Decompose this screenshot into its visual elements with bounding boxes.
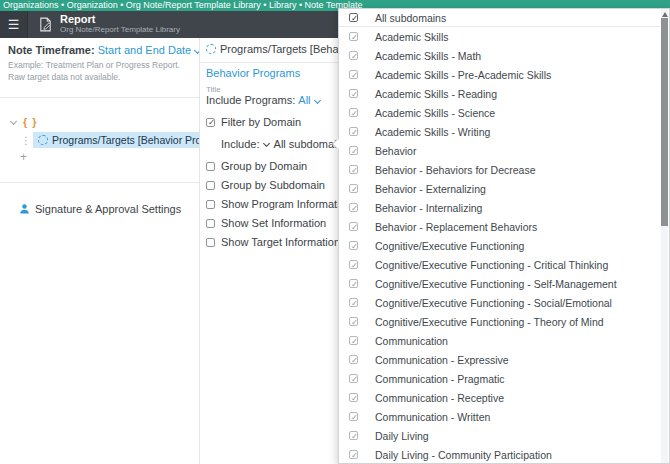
checkbox-icon[interactable] xyxy=(349,146,358,155)
note-timeframe-label: Note Timeframe: xyxy=(8,44,95,56)
checkbox-icon[interactable] xyxy=(206,219,215,228)
chevron-down-icon[interactable] xyxy=(10,117,17,124)
option-group-by-domain[interactable]: Group by Domain xyxy=(206,159,307,173)
checkbox-icon[interactable] xyxy=(349,184,358,193)
checkbox-icon[interactable] xyxy=(349,165,358,174)
subdomain-option[interactable]: Communication - Written xyxy=(339,407,660,426)
checkbox-icon[interactable] xyxy=(349,393,358,402)
chevron-down-icon xyxy=(194,47,200,54)
subdomain-option[interactable]: Communication xyxy=(339,331,660,350)
checkbox-icon[interactable] xyxy=(349,13,358,22)
signature-approval-settings[interactable]: Signature & Approval Settings xyxy=(19,201,181,217)
subdomain-option[interactable]: Cognitive/Executive Functioning - Critic… xyxy=(339,255,660,274)
note-timeframe-select[interactable]: Start and End Date xyxy=(98,44,200,56)
divider xyxy=(0,182,200,183)
checkbox-icon[interactable] xyxy=(349,317,358,326)
checkbox-icon[interactable] xyxy=(349,450,358,459)
subdomain-option[interactable]: All subdomains xyxy=(339,9,660,27)
target-icon xyxy=(206,44,216,54)
checkbox-icon[interactable] xyxy=(206,162,215,171)
divider xyxy=(0,97,200,98)
drag-handle-icon[interactable]: ⋮ xyxy=(21,132,31,148)
include-programs-label: Include Programs: xyxy=(206,94,295,106)
timeframe-hint-1: Example: Treatment Plan or Progress Repo… xyxy=(8,60,180,71)
subdomain-option[interactable]: Academic Skills - Math xyxy=(339,46,660,65)
scrollbar[interactable] xyxy=(661,9,668,463)
subdomain-option[interactable]: Academic Skills - Writing xyxy=(339,122,660,141)
checkbox-icon[interactable] xyxy=(349,279,358,288)
subdomain-option[interactable]: Cognitive/Executive Functioning - Self-M… xyxy=(339,274,660,293)
hamburger-menu-icon[interactable]: ☰ xyxy=(0,11,28,38)
braces-icon: { } xyxy=(23,116,38,128)
checkbox-icon[interactable] xyxy=(349,70,358,79)
subdomain-option[interactable]: Behavior - Replacement Behaviors xyxy=(339,217,660,236)
checkbox-icon[interactable] xyxy=(349,260,358,269)
option-filter-by-domain[interactable]: Filter by Domain xyxy=(206,115,301,129)
include-programs-select[interactable]: All xyxy=(298,94,321,106)
subdomain-option[interactable]: Daily Living - Community Participation xyxy=(339,445,660,464)
timeframe-hint-2: Raw target data not available. xyxy=(8,72,120,83)
subdomain-option[interactable]: Communication - Expressive xyxy=(339,350,660,369)
checkbox-icon[interactable] xyxy=(206,238,215,247)
checkbox-icon[interactable] xyxy=(349,412,358,421)
checkbox-icon[interactable] xyxy=(349,241,358,250)
tree-item-programs-targets[interactable]: Programs/Targets [Behavior Program xyxy=(33,132,200,148)
option-show-set-information[interactable]: Show Set Information xyxy=(206,216,326,230)
option-show-program-information[interactable]: Show Program Information xyxy=(206,197,352,211)
chevron-down-icon xyxy=(262,139,269,146)
subdomain-option[interactable]: Academic Skills xyxy=(339,27,660,46)
option-show-target-information[interactable]: Show Target Information xyxy=(206,235,340,249)
signature-person-icon xyxy=(19,203,30,215)
template-name-link[interactable]: Behavior Programs xyxy=(206,67,300,79)
checkbox-icon[interactable] xyxy=(349,336,358,345)
subdomain-option[interactable]: Cognitive/Executive Functioning xyxy=(339,236,660,255)
subdomain-option[interactable]: Academic Skills - Reading xyxy=(339,84,660,103)
add-node-button[interactable]: + xyxy=(20,149,27,165)
subdomain-option[interactable]: Academic Skills - Pre-Academic Skills xyxy=(339,65,660,84)
subdomain-option[interactable]: Behavior - Externalizing xyxy=(339,179,660,198)
tree-root-node[interactable]: { } xyxy=(7,114,38,130)
checkbox-icon[interactable] xyxy=(206,200,215,209)
subdomain-option[interactable]: Cognitive/Executive Functioning - Theory… xyxy=(339,312,660,331)
subdomain-option[interactable]: Cognitive/Executive Functioning - Social… xyxy=(339,293,660,312)
report-document-icon xyxy=(37,11,54,38)
subdomain-option[interactable]: Behavior xyxy=(339,141,660,160)
subdomain-option[interactable]: Behavior - Internalizing xyxy=(339,198,660,217)
checkbox-icon[interactable] xyxy=(349,108,358,117)
checkbox-icon[interactable] xyxy=(349,431,358,440)
checkbox-icon[interactable] xyxy=(206,181,215,190)
include-programs-row: Include Programs: All xyxy=(206,93,322,107)
checkbox-icon[interactable] xyxy=(349,89,358,98)
subdomain-option[interactable]: Behavior - Behaviors for Decrease xyxy=(339,160,660,179)
signature-approval-label: Signature & Approval Settings xyxy=(35,203,181,215)
target-icon xyxy=(38,135,48,145)
checkbox-icon[interactable] xyxy=(349,51,358,60)
checkbox-icon[interactable] xyxy=(349,222,358,231)
checkbox-icon[interactable] xyxy=(349,298,358,307)
tree-item-label: Programs/Targets [Behavior Program xyxy=(52,134,200,146)
subdomain-option[interactable]: Communication - Pragmatic xyxy=(339,369,660,388)
checkbox-icon[interactable] xyxy=(349,32,358,41)
checkbox-icon[interactable] xyxy=(349,203,358,212)
scrollbar-thumb[interactable] xyxy=(661,18,668,226)
scroll-up-arrow-icon[interactable] xyxy=(662,12,668,17)
subdomain-option[interactable]: Academic Skills - Science xyxy=(339,103,660,122)
template-structure-panel: Note Timeframe: Start and End Date Examp… xyxy=(0,38,200,464)
subdomain-option[interactable]: Daily Living xyxy=(339,426,660,445)
page-title: Report xyxy=(60,13,180,25)
checkbox-icon[interactable] xyxy=(206,118,215,127)
checkbox-icon[interactable] xyxy=(349,127,358,136)
subdomain-dropdown: All subdomains Academic Skills Academic … xyxy=(338,8,670,464)
option-group-by-subdomain[interactable]: Group by Subdomain xyxy=(206,178,325,192)
checkbox-icon[interactable] xyxy=(349,355,358,364)
subdomain-dropdown-list: All subdomains Academic Skills Academic … xyxy=(339,9,660,464)
page-subtitle: Org Note/Report Template Library xyxy=(60,25,180,35)
subdomain-option[interactable]: Communication - Receptive xyxy=(339,388,660,407)
checkbox-icon[interactable] xyxy=(349,374,358,383)
chevron-down-icon xyxy=(314,97,321,104)
